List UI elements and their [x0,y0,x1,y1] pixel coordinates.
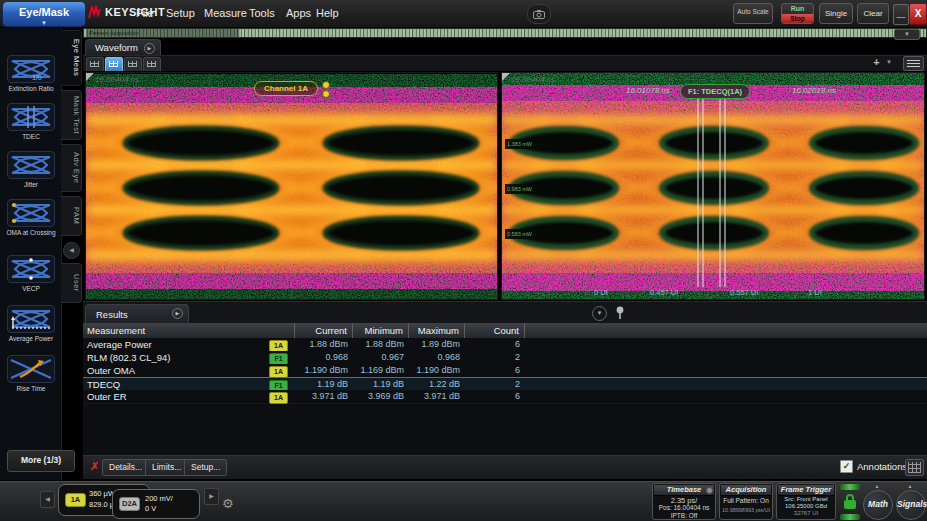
math-button[interactable]: Math [863,490,893,520]
strip-dropdown-caret[interactable]: ▼ [894,29,920,40]
column-current[interactable]: Current [295,323,353,338]
column-count[interactable]: Count [465,323,525,338]
grid-view-icon[interactable] [905,459,924,476]
lock-indicator[interactable] [840,484,860,520]
menu-tools[interactable]: Tools [243,0,281,27]
count-value: 6 [465,364,525,377]
limits-button[interactable]: Limits... [145,459,188,476]
column-measurement[interactable]: Measurement [83,323,295,338]
acquisition-rate: 10.98998993 pts/UI [720,507,772,513]
panel-select-triangle[interactable] [86,73,94,81]
frame-trigger-source: Src: Front Panel [777,496,835,502]
channel-1a-source-label[interactable]: Channel 1A [254,81,318,96]
frame-trigger-panel[interactable]: Frame Trigger Src: Front Panel 106.25000… [776,483,836,520]
tab-results[interactable]: Results [85,304,189,324]
table-row-outer-er[interactable]: Outer ER 1A 3.971 dB 3.969 dB 3.971 dB 6 [83,390,927,404]
sidebar-item-tdec[interactable]: TDEC [0,103,62,141]
sidebar-tab-user[interactable]: User [61,263,82,303]
sidebar-item-jitter[interactable]: Jitter [0,151,62,189]
level-threshold-label: 0.583 mW [505,229,557,239]
setup-button[interactable]: Setup... [184,459,227,476]
timebase-iptb: IPTB: Off [653,512,715,519]
signals-expand-caret[interactable] [905,484,915,489]
measurement-sidebar: 1/0 Extinction Ratio TDEC Jitter OMA at … [0,27,83,481]
results-collapse-button[interactable] [592,306,607,321]
annotations-toggle[interactable]: Annotations [840,460,907,473]
minimum-value: 1.169 dBm [353,364,409,377]
tdecq-function-label[interactable]: F1: TDECQ(1A) [680,84,750,99]
chevron-down-icon: ▼ [41,20,47,26]
layout-stacked-button[interactable] [124,57,142,72]
clear-button[interactable]: Clear [857,3,889,24]
sidebar-collapse-button[interactable]: ◀ [63,242,80,259]
layout-grid-button[interactable] [143,57,161,72]
table-row-rlm[interactable]: RLM (802.3 CL_94) F1 0.968 0.967 0.968 2 [83,351,927,365]
level-threshold-label: 0.983 mW [505,184,557,194]
sidebar-tab-eye-meas[interactable]: Eye Meas [61,30,82,86]
channel-card-d2a[interactable]: D2A 200 mV/ 0 V [112,489,200,519]
minimize-button[interactable]: — [893,4,909,25]
waveform-panel-channel-1a[interactable]: 16.00404 ns Channel 1A [85,72,498,300]
menu-help[interactable]: Help [310,0,345,27]
pattern-acquisition-label: Pattern Acquisition [86,29,239,37]
pan-crosshair-icon[interactable] [869,56,884,69]
auto-scale-button[interactable]: Auto Scale [733,3,773,24]
minimum-value: 0.967 [353,351,409,364]
minimum-value: 1.88 dBm [353,338,409,351]
menu-setup[interactable]: Setup [160,0,201,27]
sidebar-item-average-power[interactable]: Average Power [0,305,62,343]
table-row-average-power[interactable]: Average Power 1A 1.88 dBm 1.88 dBm 1.89 … [83,338,927,352]
tab-waveform[interactable]: Waveform [85,39,161,55]
column-maximum[interactable]: Maximum [409,323,465,338]
details-button[interactable]: Details... [102,459,149,476]
more-pages-button[interactable]: More (1/3) [7,450,75,472]
marker-dot[interactable] [322,81,330,89]
math-expand-caret[interactable] [872,484,882,489]
sidebar-item-oma-at-crossing[interactable]: OMA at Crossing [0,199,62,237]
maximum-value: 3.971 dB [409,390,465,403]
table-row-tdecq-selected[interactable]: TDECQ F1 1.19 dB 1.19 dB 1.22 dB 2 [83,377,927,391]
single-button[interactable]: Single [819,3,853,24]
layout-split-button[interactable] [105,57,123,72]
pan-dropdown-caret[interactable] [886,59,894,67]
table-row-outer-oma[interactable]: Outer OMA 1A 1.190 dBm 1.169 dBm 1.190 d… [83,364,927,378]
close-button[interactable]: X [909,3,927,25]
acquisition-mode: Full Pattern: On [720,497,772,504]
sidebar-tab-adv-eye[interactable]: Adv Eye [61,144,82,192]
sidebar-tab-pam[interactable]: PAM [61,196,82,236]
run-stop-button[interactable]: Run Stop [781,3,814,24]
jitter-icon [7,151,55,179]
results-tab-label: Results [96,309,128,320]
menu-file[interactable]: File [130,0,160,27]
pin-icon[interactable] [615,306,625,320]
next-channel-button[interactable]: ▶ [204,488,219,505]
settings-gear-icon[interactable] [222,496,234,511]
eye-diagram-tdecq [502,73,924,299]
current-value: 3.971 dB [295,390,353,403]
remove-measurement-icon[interactable] [90,460,99,473]
acquisition-panel[interactable]: Acquisition Full Pattern: On 10.98998993… [719,483,773,520]
sidebar-item-label: Rise Time [0,385,62,393]
sidebar-item-label: Extinction Ratio [0,85,62,93]
prev-channel-button[interactable]: ◀ [40,491,55,508]
signals-button[interactable]: Signals [896,490,926,520]
annotations-checkbox[interactable] [840,460,853,473]
sidebar-item-rise-time[interactable]: Rise Time [0,355,62,393]
column-minimum[interactable]: Minimum [353,323,409,338]
panel-select-triangle[interactable] [502,73,510,81]
waveform-panel-tdecq[interactable]: 16.00404 ns 16.01078 ns F1: TDECQ(1A) 16… [501,72,925,300]
timebase-position: Pos: 16.00404 ns [653,504,715,511]
sidebar-item-label: TDEC [0,133,62,141]
layout-single-button[interactable] [86,57,104,72]
waveform-toolbar [83,55,927,72]
sidebar-tab-mask-test[interactable]: Mask Test [61,90,82,140]
marker-dot[interactable] [322,90,330,98]
sidebar-item-extinction-ratio[interactable]: 1/0 Extinction Ratio [0,55,62,93]
channel-badge: 1A [65,493,86,507]
screenshot-camera-button[interactable] [527,4,551,24]
timebase-panel[interactable]: Timebase 2.35 ps/ Pos: 16.00404 ns IPTB:… [652,483,716,520]
mode-selector-button[interactable]: Eye/Mask ▼ [2,1,86,27]
results-footer: Details... Limits... Setup... Annotation… [83,455,927,479]
waveform-menu-hamburger-icon[interactable] [903,56,924,71]
sidebar-item-vecp[interactable]: VECP [0,255,62,293]
